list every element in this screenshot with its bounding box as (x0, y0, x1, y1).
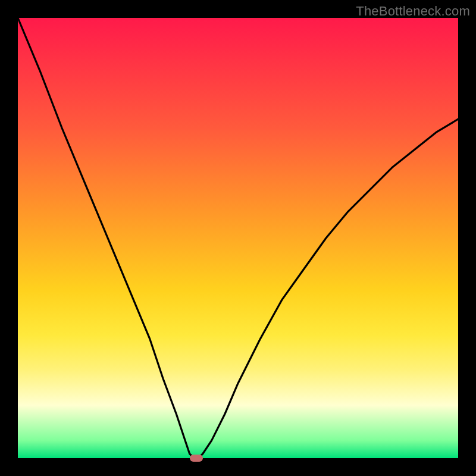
watermark-text: TheBottleneck.com (356, 4, 470, 19)
curve-layer (18, 18, 458, 458)
min-marker (190, 455, 203, 462)
bottleneck-curve (18, 18, 458, 458)
chart-frame: TheBottleneck.com (0, 0, 476, 476)
plot-area (18, 18, 458, 458)
